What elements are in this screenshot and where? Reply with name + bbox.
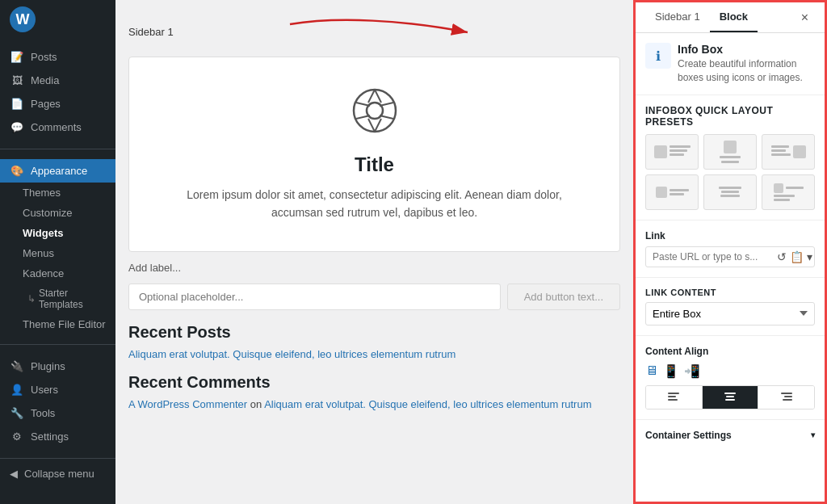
- comment-author-link[interactable]: A WordPress Commenter: [128, 398, 247, 410]
- sidebar-item-media[interactable]: 🖼 Media: [0, 69, 115, 92]
- svg-rect-11: [668, 393, 679, 394]
- sidebar-sub-menus[interactable]: Menus: [0, 243, 115, 263]
- sidebar-item-tools[interactable]: 🔧 Tools: [0, 401, 115, 425]
- info-box-block: Title Lorem ipsum dolor sit amet, consec…: [128, 57, 620, 252]
- pages-icon: 📄: [10, 98, 24, 110]
- collapse-menu-label: Collapse menu: [24, 468, 94, 480]
- block-title: Title: [355, 153, 394, 176]
- svg-rect-13: [668, 399, 678, 401]
- preset-2[interactable]: [703, 134, 757, 170]
- sidebar-item-settings-label: Settings: [31, 430, 69, 443]
- sidebar-sub-theme-editor-label: Theme File Editor: [23, 318, 106, 330]
- collapse-menu-button[interactable]: ◀ Collapse menu: [0, 462, 115, 485]
- block-info: Info Box Create beautiful information bo…: [678, 43, 815, 85]
- svg-line-7: [375, 119, 381, 132]
- form-section: Add label... Add button text...: [128, 262, 620, 310]
- divider-1: [0, 149, 115, 149]
- recent-comments-title: Recent Comments: [128, 373, 620, 392]
- svg-line-8: [368, 119, 375, 132]
- sidebar-sub-themes-label: Themes: [23, 187, 61, 199]
- link-input[interactable]: [653, 251, 774, 262]
- sidebar-sub-widgets[interactable]: Widgets: [0, 223, 115, 243]
- preset-6[interactable]: [762, 174, 815, 210]
- comment-text: A WordPress Commenter on Aliquam erat vo…: [128, 398, 620, 410]
- preset-4[interactable]: [645, 174, 699, 210]
- posts-icon: 📝: [10, 51, 24, 63]
- sidebar-item-settings[interactable]: ⚙ Settings: [0, 425, 115, 448]
- block-header: ℹ Info Box Create beautiful information …: [645, 43, 815, 85]
- sidebar-sub-starter-templates[interactable]: ↳ Starter Templates: [0, 284, 115, 314]
- preset-1[interactable]: [645, 134, 699, 170]
- tab-sidebar1[interactable]: Sidebar 1: [645, 2, 710, 32]
- desktop-icon[interactable]: 🖥: [645, 363, 658, 378]
- align-right-button[interactable]: [758, 386, 814, 409]
- content-align-section: Content Align 🖥 📱 📲: [636, 336, 825, 420]
- sidebar-item-users[interactable]: 👤 Users: [0, 378, 115, 401]
- align-center-button[interactable]: [703, 386, 759, 409]
- preset-5[interactable]: [703, 174, 757, 210]
- svg-rect-17: [781, 393, 792, 394]
- sidebar: W 📝 Posts 🖼 Media 📄 Pages 💬 Comments 🎨 A…: [0, 0, 115, 504]
- placeholder-input[interactable]: [128, 284, 501, 310]
- tools-icon: 🔧: [10, 407, 24, 419]
- link-content-select[interactable]: Entire Box Title Only Icon Only: [645, 302, 815, 326]
- align-left-button[interactable]: [646, 386, 703, 409]
- tab-block[interactable]: Block: [710, 2, 758, 32]
- sidebar-item-comments[interactable]: 💬 Comments: [0, 116, 115, 139]
- info-box-inner: Title Lorem ipsum dolor sit amet, consec…: [142, 70, 607, 238]
- svg-rect-18: [784, 396, 792, 397]
- sidebar-sub-customize[interactable]: Customize: [0, 203, 115, 223]
- sidebar-item-plugins[interactable]: 🔌 Plugins: [0, 355, 115, 378]
- panel-tabs: Sidebar 1 Block ×: [636, 2, 825, 33]
- svg-line-4: [375, 90, 381, 103]
- plugins-icon: 🔌: [10, 360, 24, 372]
- container-settings-chevron-icon: ▾: [811, 430, 815, 439]
- sidebar-block-label: Sidebar 1: [128, 26, 174, 38]
- mobile-icon[interactable]: 📲: [684, 363, 700, 379]
- sidebar-sub-menus-label: Menus: [23, 247, 54, 259]
- add-button-placeholder: Add button text...: [507, 284, 620, 310]
- link-content-label: LINK CONTENT: [645, 288, 815, 297]
- recent-posts-title: Recent Posts: [128, 323, 620, 342]
- aperture-icon: [351, 86, 399, 144]
- svg-rect-15: [726, 396, 734, 397]
- sidebar-sub-themes[interactable]: Themes: [0, 183, 115, 203]
- collapse-icon: ◀: [10, 468, 18, 480]
- block-info-section: ℹ Info Box Create beautiful information …: [636, 33, 825, 95]
- link-refresh-icon[interactable]: ↺: [777, 250, 787, 263]
- sidebar-sub-theme-editor[interactable]: Theme File Editor: [0, 314, 115, 334]
- comments-icon: 💬: [10, 121, 24, 133]
- container-settings-label-text: Container Settings: [645, 430, 732, 441]
- sidebar-item-users-label: Users: [31, 384, 58, 396]
- divider-2: [0, 344, 115, 345]
- content-align-label: Content Align: [645, 346, 815, 357]
- svg-line-5: [380, 103, 393, 106]
- recent-posts-section: Recent Posts Aliquam erat volutpat. Quis…: [128, 323, 620, 360]
- presets-title: InfoBox Quick Layout Presets: [645, 105, 815, 128]
- tablet-icon[interactable]: 📱: [663, 363, 679, 379]
- layout-presets-grid: [645, 134, 815, 210]
- sidebar-item-comments-label: Comments: [31, 121, 82, 133]
- recent-post-link[interactable]: Aliquam erat volutpat. Quisque eleifend,…: [128, 348, 620, 360]
- container-settings-toggle[interactable]: Container Settings ▾: [645, 430, 815, 441]
- link-copy-icon[interactable]: 📋: [790, 250, 804, 263]
- link-chevron-icon[interactable]: ▾: [807, 250, 812, 263]
- divider-3: [0, 458, 115, 459]
- svg-rect-16: [725, 399, 735, 401]
- align-left-icon: [668, 393, 679, 402]
- sidebar-item-plugins-label: Plugins: [31, 360, 65, 372]
- preset-3[interactable]: [762, 134, 815, 170]
- panel-close-button[interactable]: ×: [795, 4, 815, 32]
- link-content-section: LINK CONTENT Entire Box Title Only Icon …: [636, 278, 825, 336]
- align-icons-row: 🖥 📱 📲: [645, 363, 815, 379]
- svg-line-3: [368, 90, 375, 103]
- svg-rect-12: [668, 396, 676, 397]
- sidebar-main-nav: 📝 Posts 🖼 Media 📄 Pages 💬 Comments: [0, 39, 115, 145]
- right-panel: Sidebar 1 Block × ℹ Info Box Create beau…: [633, 0, 827, 504]
- sidebar-item-appearance[interactable]: 🎨 Appearance: [0, 159, 115, 183]
- block-title: Info Box: [678, 43, 815, 56]
- sidebar-sub-kadence[interactable]: Kadence: [0, 263, 115, 284]
- sidebar-item-pages[interactable]: 📄 Pages: [0, 92, 115, 116]
- comment-post-link[interactable]: Aliquam erat volutpat. Quisque eleifend,…: [264, 398, 591, 410]
- sidebar-item-posts[interactable]: 📝 Posts: [0, 45, 115, 69]
